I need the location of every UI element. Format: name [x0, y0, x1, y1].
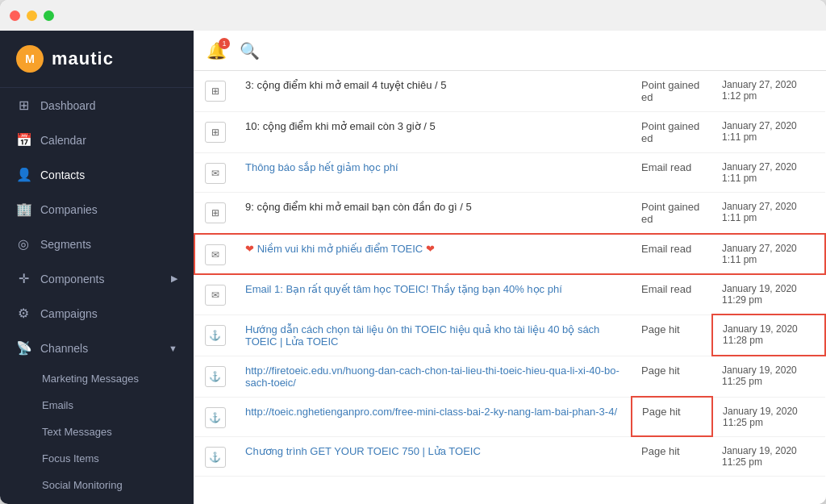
activity-table-container: ⊞ 3: cộng điểm khi mở email 4 tuyệt chiê…	[194, 71, 826, 504]
calendar-icon: 📅	[16, 132, 31, 148]
row-type: Page hit	[632, 397, 712, 436]
segments-icon: ◎	[16, 236, 31, 252]
table-row: ⊞ 3: cộng điểm khi mở email 4 tuyệt chiê…	[194, 71, 825, 112]
app-body: M mautic ⊞ Dashboard 📅 Calendar 👤 Contac…	[0, 31, 826, 504]
sidebar-item-label: Contacts	[40, 169, 85, 181]
sidebar-item-components[interactable]: ✛ Components ▶	[0, 261, 194, 296]
table-row: ⊞ 9: cộng điểm khi mở email bạn còn đần …	[194, 193, 825, 235]
row-type: Email read	[632, 153, 712, 193]
row-date: January 27, 2020 1:11 pm	[712, 153, 825, 193]
sidebar-item-campaigns[interactable]: ⚙ Campaigns	[0, 296, 194, 331]
sidebar-item-channels[interactable]: 📡 Channels ▼	[0, 331, 194, 365]
sidebar-item-dashboard[interactable]: ⊞ Dashboard	[0, 88, 194, 123]
table-row: ⚓ Hướng dẫn cách chọn tài liệu ôn thi TO…	[194, 314, 825, 356]
row-type: Page hit	[632, 436, 712, 476]
sidebar-logo: M mautic	[0, 31, 194, 88]
row-description: Thông báo sắp hết giảm học phí	[236, 153, 632, 193]
dashboard-icon: ⊞	[16, 98, 31, 113]
row-date: January 19, 2020 11:25 pm	[712, 356, 825, 397]
sidebar-item-companies[interactable]: 🏢 Companies	[0, 192, 194, 227]
sidebar-item-label: Components	[40, 273, 104, 285]
sidebar-item-text-messages[interactable]: Text Messages	[0, 419, 194, 445]
row-date: January 19, 2020 11:25 pm	[712, 397, 825, 436]
sidebar-item-segments[interactable]: ◎ Segments	[0, 227, 194, 261]
row-date: January 27, 2020 1:11 pm	[712, 193, 825, 235]
app-window: M mautic ⊞ Dashboard 📅 Calendar 👤 Contac…	[0, 0, 826, 504]
row-icon-cell: ⚓	[194, 397, 236, 436]
row-description: ❤ Niềm vui khi mở phiếu điểm TOEIC ❤	[236, 234, 632, 274]
row-date: January 27, 2020 1:11 pm	[712, 112, 825, 153]
row-icon-cell: ⚓	[194, 356, 236, 397]
row-type: Page hit	[632, 356, 712, 397]
row-type: Email read	[632, 234, 712, 274]
main-content: 🔔 1 🔍 ⊞ 3: cộng điểm khi mở email 4 tuyệ…	[194, 31, 826, 504]
sidebar-item-points[interactable]: ◆ Points ▶	[0, 498, 194, 504]
row-type: Point gained ed	[632, 193, 712, 235]
table-row-highlighted: ✉ ❤ Niềm vui khi mở phiếu điểm TOEIC ❤ E…	[194, 234, 825, 274]
row-date: January 27, 2020 1:12 pm	[712, 71, 825, 112]
sidebar-item-calendar[interactable]: 📅 Calendar	[0, 123, 194, 157]
link-icon: ⚓	[205, 407, 226, 428]
row-type: Point gained ed	[632, 71, 712, 112]
sidebar-item-label: Segments	[40, 238, 91, 251]
sidebar-item-social-monitoring[interactable]: Social Monitoring	[0, 472, 194, 498]
sidebar-item-marketing-messages[interactable]: Marketing Messages	[0, 365, 194, 392]
row-icon-cell: ⊞	[194, 71, 236, 112]
row-type: Email read	[632, 274, 712, 314]
companies-icon: 🏢	[16, 202, 31, 217]
campaigns-icon: ⚙	[16, 306, 31, 321]
row-link[interactable]: ❤ Niềm vui khi mở phiếu điểm TOEIC ❤	[245, 243, 435, 255]
row-description: Email 1: Bạn rất quyết tâm học TOEIC! Th…	[236, 274, 632, 314]
row-icon-cell: ✉	[194, 153, 236, 193]
row-link[interactable]: Hướng dẫn cách chọn tài liệu ôn thi TOEI…	[245, 323, 599, 348]
row-link[interactable]: http://toeic.nghetienganpro.com/free-min…	[245, 406, 617, 418]
sidebar-item-label: Dashboard	[40, 99, 96, 112]
sidebar-item-label: Calendar	[40, 134, 86, 147]
components-icon: ✛	[16, 271, 31, 286]
minimize-button[interactable]	[27, 10, 37, 21]
sidebar-item-label: Channels	[40, 342, 88, 355]
table-row: ⚓ Chương trình GET YOUR TOEIC 750 | Lửa …	[194, 436, 825, 476]
sidebar: M mautic ⊞ Dashboard 📅 Calendar 👤 Contac…	[0, 31, 194, 504]
chevron-right-icon: ▼	[169, 344, 177, 353]
channels-icon: 📡	[16, 340, 31, 356]
row-link[interactable]: Chương trình GET YOUR TOEIC 750 | Lửa TO…	[245, 445, 481, 457]
contacts-icon: 👤	[16, 167, 31, 182]
sidebar-item-focus-items[interactable]: Focus Items	[0, 445, 194, 472]
table-row: ✉ Email 1: Bạn rất quyết tâm học TOEIC! …	[194, 274, 825, 314]
sidebar-item-label: Campaigns	[40, 307, 98, 320]
row-type: Point gained ed	[632, 112, 712, 153]
row-link[interactable]: http://firetoeic.edu.vn/huong-dan-cach-c…	[245, 364, 620, 389]
row-description: 3: cộng điểm khi mở email 4 tuyệt chiêu …	[236, 71, 632, 112]
notification-bell[interactable]: 🔔 1	[206, 41, 227, 60]
topbar: 🔔 1 🔍	[194, 31, 826, 71]
logo-icon: M	[16, 45, 44, 73]
row-description: 9: cộng điểm khi mở email bạn còn đần đo…	[236, 193, 632, 235]
search-icon[interactable]: 🔍	[240, 41, 260, 60]
row-icon-cell: ✉	[194, 234, 236, 274]
row-date: January 19, 2020 11:28 pm	[712, 314, 825, 356]
row-link[interactable]: Email 1: Bạn rất quyết tâm học TOEIC! Th…	[245, 283, 562, 295]
row-description: http://toeic.nghetienganpro.com/free-min…	[236, 397, 632, 436]
sidebar-item-contacts[interactable]: 👤 Contacts	[0, 157, 194, 192]
close-button[interactable]	[10, 10, 20, 21]
row-icon-cell: ⊞	[194, 112, 236, 153]
row-icon-cell: ⚓	[194, 314, 236, 356]
link-icon: ⚓	[205, 447, 226, 468]
activity-table: ⊞ 3: cộng điểm khi mở email 4 tuyệt chiê…	[194, 71, 826, 477]
envelope-icon: ✉	[205, 163, 226, 184]
table-row: ⊞ 10: cộng điểm khi mở email còn 3 giờ /…	[194, 112, 825, 153]
maximize-button[interactable]	[44, 10, 54, 21]
table-row: ⚓ http://toeic.nghetienganpro.com/free-m…	[194, 397, 825, 436]
titlebar	[0, 0, 826, 31]
logo-text: mautic	[52, 48, 114, 69]
link-icon: ⚓	[205, 366, 226, 387]
envelope-icon: ✉	[205, 285, 226, 306]
chevron-right-icon: ▶	[171, 273, 177, 284]
envelope-icon: ✉	[205, 244, 226, 265]
row-link[interactable]: Thông báo sắp hết giảm học phí	[245, 161, 398, 173]
sidebar-item-emails[interactable]: Emails	[0, 392, 194, 419]
row-type: Page hit	[632, 314, 712, 356]
table-row: ✉ Thông báo sắp hết giảm học phí Email r…	[194, 153, 825, 193]
row-description: Chương trình GET YOUR TOEIC 750 | Lửa TO…	[236, 436, 632, 476]
